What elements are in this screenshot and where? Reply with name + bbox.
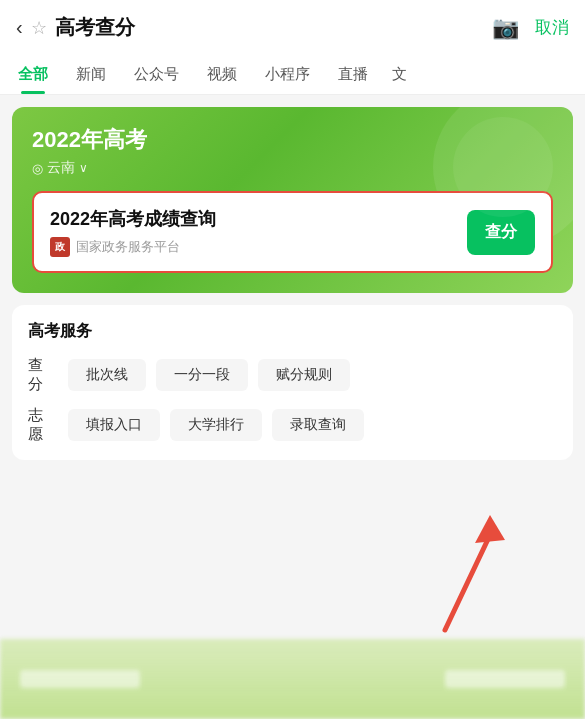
service-tags-score: 批次线 一分一段 赋分规则 bbox=[68, 359, 350, 391]
tag-university-rank[interactable]: 大学排行 bbox=[170, 409, 262, 441]
location-icon: ◎ bbox=[32, 161, 43, 176]
arrow-container bbox=[425, 505, 515, 639]
chevron-down-icon: ∨ bbox=[79, 161, 88, 175]
bottom-blur-item-2 bbox=[445, 670, 565, 688]
result-box-left: 2022年高考成绩查询 政 国家政务服务平台 bbox=[50, 207, 455, 257]
tag-scoring-rules[interactable]: 赋分规则 bbox=[258, 359, 350, 391]
star-icon[interactable]: ☆ bbox=[31, 17, 47, 39]
tag-batch-line[interactable]: 批次线 bbox=[68, 359, 146, 391]
card-location[interactable]: ◎ 云南 ∨ bbox=[32, 159, 553, 177]
result-title: 2022年高考成绩查询 bbox=[50, 207, 455, 231]
tab-all[interactable]: 全部 bbox=[4, 55, 62, 94]
location-text: 云南 bbox=[47, 159, 75, 177]
page-title: 高考查分 bbox=[55, 14, 135, 41]
back-icon[interactable]: ‹ bbox=[16, 16, 23, 39]
source-logo: 政 bbox=[50, 237, 70, 257]
services-section: 高考服务 查分 批次线 一分一段 赋分规则 志愿 填报入口 大学排行 录取查询 bbox=[12, 305, 573, 460]
query-button[interactable]: 查分 bbox=[467, 210, 535, 255]
svg-line-0 bbox=[445, 535, 490, 630]
service-tags-volunteer: 填报入口 大学排行 录取查询 bbox=[68, 409, 364, 441]
tab-miniapp[interactable]: 小程序 bbox=[251, 55, 324, 94]
svg-marker-1 bbox=[475, 515, 505, 543]
services-title: 高考服务 bbox=[28, 321, 557, 342]
tag-fill-entry[interactable]: 填报入口 bbox=[68, 409, 160, 441]
bottom-blur bbox=[0, 639, 585, 719]
tab-news[interactable]: 新闻 bbox=[62, 55, 120, 94]
tab-more[interactable]: 文 bbox=[382, 55, 417, 94]
camera-icon[interactable]: 📷 bbox=[492, 15, 519, 41]
top-bar: ‹ ☆ 高考查分 📷 取消 bbox=[0, 0, 585, 55]
result-box: 2022年高考成绩查询 政 国家政务服务平台 查分 bbox=[32, 191, 553, 273]
green-card: 2022年高考 ◎ 云南 ∨ 2022年高考成绩查询 政 国家政务服务平台 查分 bbox=[12, 107, 573, 293]
source-name: 国家政务服务平台 bbox=[76, 238, 180, 256]
bottom-blur-item-1 bbox=[20, 670, 140, 688]
top-bar-right: 📷 取消 bbox=[492, 15, 569, 41]
tab-live[interactable]: 直播 bbox=[324, 55, 382, 94]
tab-nav: 全部 新闻 公众号 视频 小程序 直播 文 bbox=[0, 55, 585, 95]
tab-video[interactable]: 视频 bbox=[193, 55, 251, 94]
services-grid: 查分 批次线 一分一段 赋分规则 志愿 填报入口 大学排行 录取查询 bbox=[28, 356, 557, 444]
service-row-score: 查分 批次线 一分一段 赋分规则 bbox=[28, 356, 557, 394]
service-label-score: 查分 bbox=[28, 356, 56, 394]
tag-admission-query[interactable]: 录取查询 bbox=[272, 409, 364, 441]
top-bar-left: ‹ ☆ 高考查分 bbox=[16, 14, 135, 41]
cancel-button[interactable]: 取消 bbox=[535, 16, 569, 39]
service-row-volunteer: 志愿 填报入口 大学排行 录取查询 bbox=[28, 406, 557, 444]
main-content: 2022年高考 ◎ 云南 ∨ 2022年高考成绩查询 政 国家政务服务平台 查分… bbox=[0, 95, 585, 472]
arrow-graphic bbox=[425, 505, 515, 635]
tag-one-score[interactable]: 一分一段 bbox=[156, 359, 248, 391]
tab-official[interactable]: 公众号 bbox=[120, 55, 193, 94]
card-title: 2022年高考 bbox=[32, 125, 553, 155]
result-source: 政 国家政务服务平台 bbox=[50, 237, 455, 257]
service-label-volunteer: 志愿 bbox=[28, 406, 56, 444]
